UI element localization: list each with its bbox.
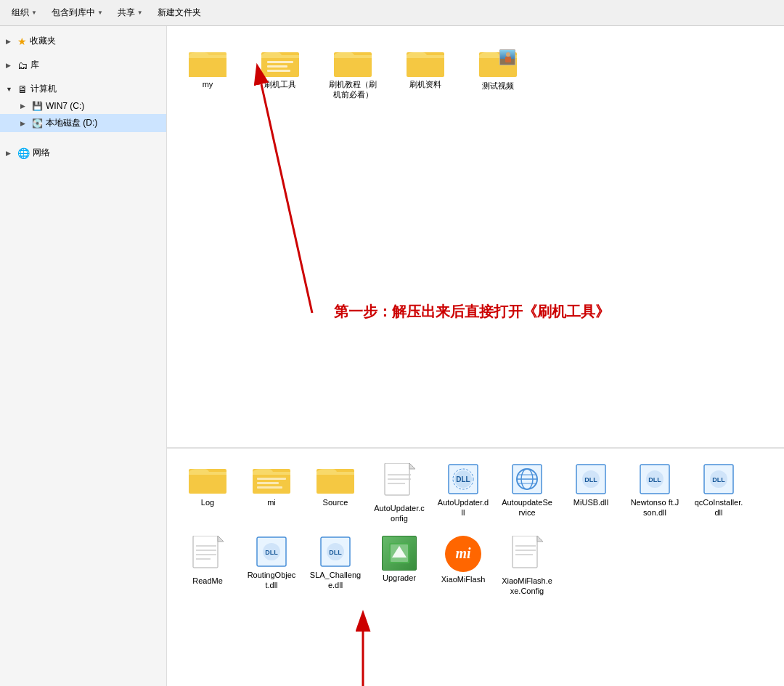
- share-label: 共享: [118, 7, 135, 19]
- folder-my[interactable]: my: [179, 44, 237, 103]
- svg-text:DLL: DLL: [584, 476, 597, 483]
- library-label: 库: [30, 59, 160, 71]
- upgrader-icon: [382, 536, 417, 571]
- folder-test-video[interactable]: 测试视频: [469, 44, 527, 103]
- config-icon: [383, 463, 415, 501]
- svg-marker-58: [537, 536, 543, 542]
- file-xiaomiflash-config[interactable]: XiaoMiFlash.exe.Config: [498, 533, 556, 600]
- folder-my-label: my: [203, 79, 213, 89]
- file-mi-label: mi: [267, 497, 276, 507]
- folder-flash-tutorial-icon: [334, 46, 372, 77]
- sidebar: ▶ ★ 收藏夹 ▶ 🗂 库 ▼ 🖥 计算机 ▶ 💾 WIN7 (C:) ▶ 💽 …: [0, 26, 167, 686]
- svg-text:DLL: DLL: [712, 476, 725, 483]
- sla-dll-icon: DLL: [319, 536, 351, 568]
- computer-label: 计算机: [30, 83, 160, 95]
- toolbar: 组织 ▼ 包含到库中 ▼ 共享 ▼ 新建文件夹: [0, 0, 784, 26]
- folder-flash-tutorial[interactable]: 刷机教程（刷机前必看）: [324, 44, 382, 103]
- file-autoupdater-dll-label: AutoUpdater.dll: [437, 497, 489, 518]
- organize-label: 组织: [12, 7, 29, 19]
- main-layout: ▶ ★ 收藏夹 ▶ 🗂 库 ▼ 🖥 计算机 ▶ 💾 WIN7 (C:) ▶ 💽 …: [0, 26, 784, 686]
- svg-rect-3: [267, 61, 293, 63]
- include-label: 包含到库中: [52, 7, 95, 19]
- include-library-button[interactable]: 包含到库中 ▼: [46, 4, 109, 21]
- svg-line-10: [261, 84, 312, 313]
- xiaomiflash-icon: mi: [445, 536, 481, 572]
- sidebar-item-computer[interactable]: ▼ 🖥 计算机: [0, 80, 166, 98]
- new-folder-button[interactable]: 新建文件夹: [152, 4, 207, 21]
- file-routingobject-dll-label: RoutingObject.dll: [245, 570, 298, 591]
- file-newtonsoft-dll-label: Newtonso ft.Json.dll: [629, 497, 681, 518]
- computer-expand-arrow: ▼: [6, 86, 15, 93]
- file-miusb-dll-label: MiUSB.dll: [573, 497, 608, 507]
- file-xiaomiflash-label: XiaoMiFlash: [441, 574, 486, 584]
- svg-marker-43: [218, 536, 224, 542]
- organize-button[interactable]: 组织 ▼: [6, 4, 43, 21]
- folder-flash-data[interactable]: 刷机资料: [396, 44, 454, 103]
- file-readme[interactable]: ReadMe: [179, 533, 237, 600]
- svg-marker-19: [409, 463, 415, 469]
- network-label: 网络: [33, 147, 160, 159]
- locald-expand-arrow: ▶: [20, 120, 29, 127]
- routing-dll-icon: DLL: [256, 536, 287, 568]
- folder-test-video-label: 测试视频: [482, 81, 514, 91]
- file-autoupdater-service-label: AutoupdateService: [501, 497, 553, 518]
- folder-log-icon: [189, 463, 226, 495]
- svg-rect-4: [267, 65, 287, 68]
- folder-flash-tool[interactable]: 刷机工具: [251, 44, 309, 103]
- folder-mi-icon: [253, 463, 290, 495]
- sidebar-item-favorites[interactable]: ▶ ★ 收藏夹: [0, 32, 166, 50]
- share-button[interactable]: 共享 ▼: [112, 4, 149, 21]
- folder-test-video-icon: [479, 46, 517, 78]
- library-icon: 🗂: [17, 60, 28, 71]
- file-mi[interactable]: mi: [242, 460, 301, 527]
- svg-rect-5: [267, 70, 290, 72]
- folder-flash-tool-icon: [261, 46, 299, 77]
- file-newtonsoft-dll[interactable]: DLL Newtonso ft.Json.dll: [626, 460, 684, 527]
- file-autoupdater-service[interactable]: AutoupdateService: [498, 460, 556, 527]
- svg-rect-42: [193, 536, 218, 568]
- win7c-expand-arrow: ▶: [20, 102, 29, 110]
- file-qccoinstaller-dll[interactable]: DLL qcCoInstaller.dll: [690, 460, 748, 527]
- file-qccoinstaller-dll-label: qcCoInstaller.dll: [693, 497, 745, 518]
- sidebar-item-network[interactable]: ▶ 🌐 网络: [0, 144, 166, 162]
- miusb-dll-icon: DLL: [575, 463, 607, 495]
- favorites-label: 收藏夹: [30, 35, 160, 47]
- star-icon: ★: [17, 36, 27, 47]
- folder-flash-tool-label: 刷机工具: [264, 79, 296, 89]
- file-upgrader[interactable]: Upgrader: [370, 533, 428, 600]
- svg-rect-13: [257, 478, 286, 480]
- instruction-text: 第一步：解压出来后直接打开《刷机工具》: [334, 302, 610, 322]
- svg-rect-57: [513, 536, 537, 568]
- folder-my-icon: [189, 46, 226, 77]
- file-source[interactable]: Source: [306, 460, 364, 527]
- folder-flash-data-label: 刷机资料: [409, 79, 441, 89]
- win7c-label: WIN7 (C:): [46, 101, 160, 111]
- sidebar-item-win7c[interactable]: ▶ 💾 WIN7 (C:): [0, 98, 166, 114]
- locald-label: 本地磁盘 (D:): [46, 117, 160, 129]
- svg-text:DLL: DLL: [329, 549, 342, 556]
- file-log[interactable]: Log: [179, 460, 237, 527]
- file-xiaomiflash-config-label: XiaoMiFlash.exe.Config: [501, 576, 553, 597]
- xiaomiflash-config-icon: [511, 536, 543, 573]
- file-miusb-dll[interactable]: DLL MiUSB.dll: [562, 460, 620, 527]
- svg-text:DLL: DLL: [456, 475, 470, 483]
- sidebar-item-locald[interactable]: ▶ 💽 本地磁盘 (D:): [0, 114, 166, 132]
- include-arrow-icon: ▼: [97, 9, 103, 16]
- folder-flash-tutorial-label: 刷机教程（刷机前必看）: [327, 79, 379, 100]
- qcco-dll-icon: DLL: [703, 463, 735, 495]
- file-autoupdater-config[interactable]: AutoUpdater.config: [370, 460, 428, 527]
- bottom-section: Log mi Source: [167, 447, 784, 611]
- share-arrow-icon: ▼: [137, 9, 143, 16]
- file-xiaomiflash[interactable]: mi XiaoMiFlash: [434, 533, 492, 600]
- file-readme-label: ReadMe: [192, 576, 223, 586]
- top-section: my 刷机工具: [167, 26, 784, 447]
- file-autoupdater-dll[interactable]: DLL AutoUpdater.dll: [434, 460, 492, 527]
- file-routingobject-dll[interactable]: DLL RoutingObject.dll: [242, 533, 301, 600]
- network-expand-arrow: ▶: [6, 150, 15, 157]
- service-dll-icon: [511, 463, 543, 495]
- sidebar-item-library[interactable]: ▶ 🗂 库: [0, 56, 166, 74]
- file-log-label: Log: [201, 497, 214, 507]
- svg-text:DLL: DLL: [265, 549, 278, 556]
- file-sla-dll[interactable]: DLL SLA_Challenge.dll: [306, 533, 364, 600]
- drive-icon: 💾: [32, 101, 43, 111]
